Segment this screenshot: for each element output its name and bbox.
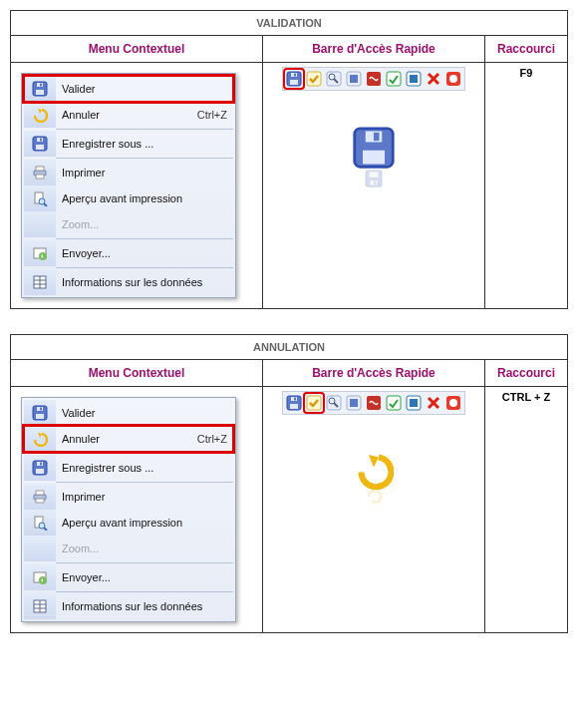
- undo-icon: [24, 426, 56, 452]
- tb-stop-button[interactable]: [444, 70, 462, 88]
- col-shortcut: Raccourci: [485, 360, 568, 387]
- context-menu: Valider Annuler Ctrl+Z Enregistrer sous …: [21, 73, 236, 298]
- quick-access-toolbar: [282, 67, 465, 91]
- tb-green-button[interactable]: [385, 394, 403, 412]
- tb-check-button[interactable]: [305, 394, 323, 412]
- save-icon-large: [352, 126, 396, 187]
- send-icon: [24, 240, 56, 266]
- menu-apercu-label: Aperçu avant impression: [56, 187, 233, 209]
- menu-apercu[interactable]: Aperçu avant impression: [24, 510, 233, 536]
- menu-enregistrer-label: Enregistrer sous ...: [56, 133, 233, 155]
- menu-envoyer[interactable]: Envoyer...: [24, 240, 233, 266]
- menu-imprimer[interactable]: Imprimer: [24, 160, 233, 185]
- menu-infos-label: Informations sur les données: [56, 271, 233, 293]
- menu-imprimer-label: Imprimer: [56, 486, 233, 508]
- tb-green-button[interactable]: [385, 70, 403, 88]
- tb-save-button[interactable]: [285, 70, 303, 88]
- shortcut-value: F9: [485, 63, 568, 309]
- separator: [56, 482, 233, 483]
- menu-infos-label: Informations sur les données: [56, 595, 233, 617]
- menu-annuler-label: Annuler: [56, 428, 191, 450]
- printer-icon: [24, 484, 56, 510]
- table-icon: [24, 269, 56, 295]
- menu-envoyer-label: Envoyer...: [56, 242, 233, 264]
- menu-valider[interactable]: Valider: [24, 76, 233, 102]
- menu-infos[interactable]: Informations sur les données: [24, 269, 233, 295]
- menu-valider[interactable]: Valider: [24, 400, 233, 426]
- undo-icon-large: [354, 450, 394, 506]
- tb-check-button[interactable]: [305, 70, 323, 88]
- annulation-title: ANNULATION: [11, 335, 568, 360]
- separator: [56, 238, 233, 239]
- menu-valider-label: Valider: [56, 78, 233, 100]
- shortcut-value: CTRL + Z: [485, 387, 568, 633]
- menu-infos[interactable]: Informations sur les données: [24, 593, 233, 619]
- tb-save-button[interactable]: [285, 394, 303, 412]
- separator: [56, 158, 233, 159]
- col-bar: Barre d'Accès Rapide: [263, 360, 485, 387]
- validation-title: VALIDATION: [11, 11, 568, 36]
- menu-annuler-label: Annuler: [56, 104, 191, 126]
- table-icon: [24, 593, 56, 619]
- blank-icon: [24, 536, 56, 561]
- tb-pdf-button[interactable]: [365, 70, 383, 88]
- tb-blue-button[interactable]: [405, 394, 423, 412]
- undo-icon: [24, 102, 56, 128]
- preview-icon: [24, 185, 56, 211]
- menu-zoom: Zoom...: [24, 536, 233, 561]
- separator: [56, 453, 233, 454]
- menu-enregistrer[interactable]: Enregistrer sous ...: [24, 455, 233, 481]
- menu-valider-label: Valider: [56, 402, 233, 424]
- menu-envoyer-label: Envoyer...: [56, 566, 233, 588]
- col-menu: Menu Contextuel: [11, 36, 263, 63]
- menu-apercu-label: Aperçu avant impression: [56, 512, 233, 534]
- separator: [56, 129, 233, 130]
- menu-zoom: Zoom...: [24, 211, 233, 237]
- printer-icon: [24, 160, 56, 185]
- menu-annuler[interactable]: Annuler Ctrl+Z: [24, 102, 233, 128]
- send-icon: [24, 564, 56, 590]
- menu-envoyer[interactable]: Envoyer...: [24, 564, 233, 590]
- tb-mini-button[interactable]: [345, 394, 363, 412]
- col-bar: Barre d'Accès Rapide: [263, 36, 485, 63]
- menu-imprimer[interactable]: Imprimer: [24, 484, 233, 510]
- menu-zoom-label: Zoom...: [56, 213, 233, 235]
- col-shortcut: Raccourci: [485, 36, 568, 63]
- validation-table: VALIDATION Menu Contextuel Barre d'Accès…: [10, 10, 568, 309]
- tb-close-button[interactable]: [425, 394, 442, 412]
- tb-close-button[interactable]: [425, 70, 442, 88]
- save-icon: [24, 400, 56, 426]
- tb-stop-button[interactable]: [444, 394, 462, 412]
- menu-apercu[interactable]: Aperçu avant impression: [24, 185, 233, 211]
- col-menu: Menu Contextuel: [11, 360, 263, 387]
- tb-tool-button[interactable]: [325, 70, 343, 88]
- separator: [56, 591, 233, 592]
- separator: [56, 267, 233, 268]
- menu-annuler[interactable]: Annuler Ctrl+Z: [24, 426, 233, 452]
- menu-imprimer-label: Imprimer: [56, 162, 233, 183]
- save-icon: [24, 131, 56, 157]
- preview-icon: [24, 510, 56, 536]
- menu-enregistrer[interactable]: Enregistrer sous ...: [24, 131, 233, 157]
- quick-access-toolbar: [282, 391, 465, 415]
- tb-mini-button[interactable]: [345, 70, 363, 88]
- menu-annuler-shortcut: Ctrl+Z: [191, 428, 233, 450]
- annulation-table: ANNULATION Menu Contextuel Barre d'Accès…: [10, 334, 568, 633]
- tb-tool-button[interactable]: [325, 394, 343, 412]
- tb-blue-button[interactable]: [405, 70, 423, 88]
- tb-pdf-button[interactable]: [365, 394, 383, 412]
- menu-annuler-shortcut: Ctrl+Z: [191, 104, 233, 126]
- context-menu: Valider Annuler Ctrl+Z Enregistrer sous …: [21, 397, 236, 622]
- save-icon: [24, 455, 56, 481]
- save-icon: [24, 76, 56, 102]
- menu-enregistrer-label: Enregistrer sous ...: [56, 457, 233, 479]
- separator: [56, 562, 233, 563]
- menu-zoom-label: Zoom...: [56, 538, 233, 559]
- blank-icon: [24, 211, 56, 237]
